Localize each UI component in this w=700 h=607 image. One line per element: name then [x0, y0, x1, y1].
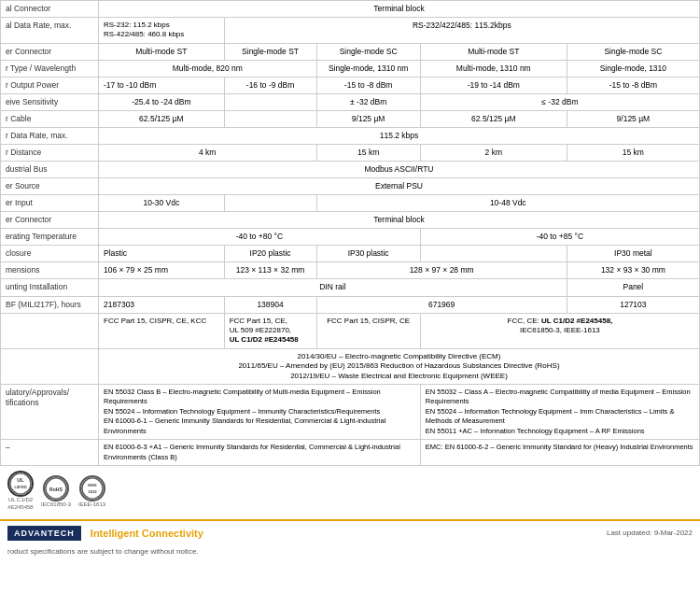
regulatory-directives-row: 2014/30/EU – Electro-magnetic Compatibil… [1, 348, 700, 384]
row-value: IP30 plastic [316, 246, 420, 262]
row-value: Multi-mode, 820 nm [99, 60, 317, 77]
row-value: FCC, CE: UL C1/D2 #E245458,IEC61850-3, I… [420, 313, 699, 348]
row-value: 15 km [316, 145, 420, 162]
table-row: r Distance 4 km 15 km 2 km 15 km [1, 145, 700, 162]
row-value: Multi-mode ST [420, 43, 567, 60]
row-value: Single-mode SC [567, 43, 699, 60]
row-value: Modbus ASCII/RTU [99, 162, 700, 178]
ieee-badge: IEEE 1613 IEEE-1613 [78, 475, 105, 507]
row-value: -40 to +80 °C [99, 229, 421, 246]
row-value [224, 111, 316, 128]
row-value: RS-232: 115.2 kbps RS-422/485: 460.8 kbp… [99, 18, 225, 44]
table-row: erating Temperature -40 to +80 °C -40 to… [1, 229, 700, 246]
row-value: 106 × 79 × 25 mm [99, 262, 225, 279]
row-label: mensions [1, 262, 99, 279]
row-value [420, 246, 567, 262]
footer-bar: ADVANTECH Intelligent Connectivity Last … [0, 519, 700, 545]
row-value: IP30 metal [567, 246, 699, 262]
row-value [224, 93, 316, 110]
logo-section: UL LISTED UL C1/D2#E245458 RoHS IEC61850… [0, 466, 700, 515]
table-row: BF (MILI217F), hours 2187303 138904 6719… [1, 296, 700, 313]
row-value: 10-30 Vdc [99, 195, 225, 212]
table-row: eive Sensitivity -25.4 to -24 dBm ± -32 … [1, 93, 700, 110]
footer-date: Last updated: 9-Mar-2022 [607, 529, 693, 537]
advantech-logo: ADVANTECH [7, 526, 81, 541]
table-row: al Data Rate, max. RS-232: 115.2 kbps RS… [1, 18, 700, 44]
row-value [224, 195, 316, 212]
row-value: -15 to -8 dBm [567, 77, 699, 93]
row-value: FCC Part 15, CISPR, CE [316, 313, 420, 348]
row-label: r Output Power [1, 77, 99, 93]
table-row: mensions 106 × 79 × 25 mm 123 × 113 × 32… [1, 262, 700, 279]
row-label [1, 313, 99, 348]
regulatory-standards-row: ulatory/Approvals/tifications EN 55032 C… [1, 384, 700, 440]
row-value: 10-48 Vdc [316, 195, 700, 212]
table-row: r Data Rate, max. 115.2 kbps [1, 128, 700, 145]
disclaimer-text: roduct specifications are subject to cha… [0, 545, 700, 556]
table-row: er Input 10-30 Vdc 10-48 Vdc [1, 195, 700, 212]
row-label: r Distance [1, 145, 99, 162]
row-value: -17 to -10 dBm [99, 77, 225, 93]
row-value: 115.2 kbps [99, 128, 700, 145]
table-row: al Connector Terminal block [1, 1, 700, 18]
table-row: r Type / Wavelength Multi-mode, 820 nm S… [1, 60, 700, 77]
row-value: Multi-mode ST [99, 43, 225, 60]
row-value: Terminal block [99, 212, 700, 229]
row-value: -16 to -9 dBm [224, 77, 316, 93]
row-value: -40 to +85 °C [420, 229, 699, 246]
row-value: ≤ -32 dBm [420, 93, 699, 110]
table-row: dustrial Bus Modbus ASCII/RTU [1, 162, 700, 178]
row-value: FCC Part 15, CE, UL 509 #E222870, UL C1/… [224, 313, 316, 348]
table-row: unting Installation DIN rail Panel [1, 279, 700, 296]
svg-text:1613: 1613 [88, 488, 97, 493]
row-value: -25.4 to -24 dBm [99, 93, 225, 110]
en-standards-left: EN 55032 Class B – Electro-magnetic Comp… [99, 384, 421, 440]
svg-text:RoHS: RoHS [49, 486, 63, 491]
table-row: closure Plastic IP20 plastic IP30 plasti… [1, 246, 700, 262]
row-value: 62.5/125 µM [99, 111, 225, 128]
row-value: 123 × 113 × 32 mm [224, 262, 316, 279]
row-value: 128 × 97 × 28 mm [316, 262, 567, 279]
row-label: – [1, 440, 99, 466]
row-label: erating Temperature [1, 229, 99, 246]
row-value: 132 × 93 × 30 mm [567, 262, 699, 279]
row-label: BF (MILI217F), hours [1, 296, 99, 313]
row-value: 671969 [316, 296, 567, 313]
row-value: 4 km [99, 145, 317, 162]
row-label: er Source [1, 178, 99, 195]
regulatory-bottom-row: – EN 61000-6-3 +A1 – Generic Immunity St… [1, 440, 700, 466]
row-label: unting Installation [1, 279, 99, 296]
eu-directives: 2014/30/EU – Electro-magnetic Compatibil… [99, 348, 700, 384]
row-value: Multi-mode, 1310 nm [420, 60, 567, 77]
row-label: er Connector [1, 43, 99, 60]
row-value: ± -32 dBm [316, 93, 420, 110]
svg-text:IEEE: IEEE [88, 483, 97, 487]
table-row: r Cable 62.5/125 µM 9/125 µM 62.5/125 µM… [1, 111, 700, 128]
row-value: 9/125 µM [316, 111, 420, 128]
row-value: Terminal block [99, 1, 700, 18]
table-row: r Output Power -17 to -10 dBm -16 to -9 … [1, 77, 700, 93]
row-value: Panel [567, 279, 699, 296]
svg-text:UL: UL [17, 478, 24, 484]
rohs-icon: RoHS [43, 475, 69, 501]
row-label: dustrial Bus [1, 162, 99, 178]
ul-badge: UL LISTED UL C1/D2#E245458 [7, 471, 34, 510]
row-label: er Input [1, 195, 99, 212]
row-label: closure [1, 246, 99, 262]
en-bottom-left: EN 61000-6-3 +A1 – Generic Immunity Stan… [99, 440, 421, 466]
en-bottom-right: EMC: EN 61000-6-2 – Generic Immunity Sta… [420, 440, 699, 466]
row-value: 9/125 µM [567, 111, 699, 128]
row-value: 2187303 [99, 296, 225, 313]
en-standards-right: EN 55032 – Class A – Electro-magnetic Co… [420, 384, 699, 440]
row-value: Plastic [99, 246, 225, 262]
row-value: 2 km [420, 145, 567, 162]
row-value: 62.5/125 µM [420, 111, 567, 128]
table-row: er Connector Terminal block [1, 212, 700, 229]
row-label: r Type / Wavelength [1, 60, 99, 77]
ieee-icon: IEEE 1613 [79, 475, 105, 501]
table-row: er Source External PSU [1, 178, 700, 195]
row-value: 15 km [567, 145, 699, 162]
row-value: IP20 plastic [224, 246, 316, 262]
row-label: al Connector [1, 1, 99, 18]
row-value: Single-mode, 1310 [567, 60, 699, 77]
